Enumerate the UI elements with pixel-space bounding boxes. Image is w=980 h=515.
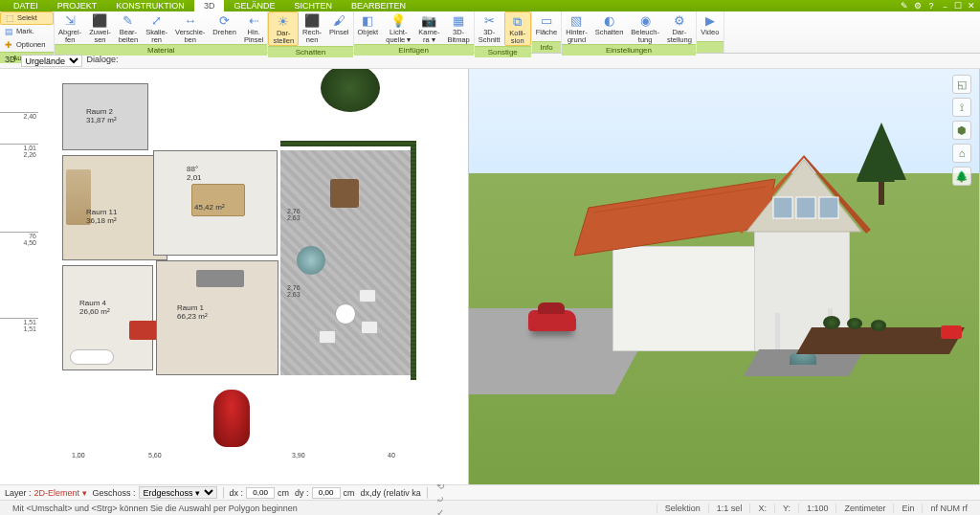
car-2d [213,390,250,447]
ribbon-group-7: ▶Video [697,11,724,53]
ribbon-btn-0-2[interactable]: ✚Optionen [0,38,54,52]
ribbon-btn-1-0[interactable]: ⇲Abgrei- fen [55,11,85,44]
geschoss-select[interactable]: Erdgeschoss ▾ [139,486,217,499]
close-icon[interactable]: ✕ [967,1,976,11]
ribbon-btn-3-0[interactable]: ◧Objekt [354,11,383,44]
svg-rect-5 [773,197,792,218]
ribbon-btn-6-3[interactable]: ⚙Dar- stellung [663,11,696,44]
ribbon-btn-1-5[interactable]: ⟳Drehen [209,11,240,44]
bush-2d [321,69,380,112]
layer-label: Layer : [5,488,32,498]
svg-marker-2 [746,160,861,232]
ribbon-icon: ↔ [183,13,198,29]
ribbon-btn-label: Hin. Pinsel [244,29,263,44]
svg-rect-6 [796,197,815,218]
view-2d[interactable]: 2,40 1,01 2,26 76 4,50 1,51 1,51 Raum 23… [0,69,469,484]
ribbon-btn-1-6[interactable]: ⇠Hin. Pinsel [240,11,267,44]
tab-projekt[interactable]: PROJEKT [48,0,107,11]
ribbon-btn-3-2[interactable]: 📷Kame- ra ▾ [414,11,443,44]
ruler-left: 2,40 1,01 2,26 76 4,50 1,51 1,51 [0,69,40,484]
ribbon-btn-label: Fläche [536,29,558,36]
dx-label: dx : [230,488,244,498]
dx-input[interactable] [246,487,275,499]
view-tool-1[interactable]: ⟟ [952,98,971,117]
ribbon-btn-1-2[interactable]: ✎Bear- beiten [115,11,142,44]
status-bar: Mit <Umschalt> und <Strg> können Sie die… [0,500,980,515]
ribbon-btn-label: Kolli- sion [509,30,525,45]
minimize-icon[interactable]: － [940,1,949,11]
ribbon-btn-label: Licht- quelle ▾ [386,29,411,44]
ribbon-btn-2-2[interactable]: 🖌Pinsel [325,11,352,46]
view-tool-3[interactable]: ⌂ [952,144,971,163]
window-controls: ✎ ⚙ ? － ☐ ✕ [900,1,976,11]
mode-select[interactable]: Urgelände [21,55,82,67]
ribbon-group-5: ▭FlächeInfo [532,11,563,53]
ribbon-btn-label: Hinter- grund [566,29,588,44]
ribbon-btn-2-1[interactable]: ⬛Rech- nen [299,11,325,46]
ribbon-icon: ⬛ [304,13,320,29]
ribbon-btn-label: Dar- stellung [667,29,692,44]
settings-icon[interactable]: ⚙ [913,1,923,11]
ribbon-btn-0-1[interactable]: ▤Mark. [0,25,54,38]
help-icon[interactable]: ✎ [900,1,909,11]
ribbon-btn-label: 3D- Bitmap [447,29,469,44]
tab-datei[interactable]: DATEI [4,0,48,11]
ribbon-icon: ◐ [602,13,617,29]
ribbon-icon: ✂ [481,13,497,29]
ribbon-btn-3-3[interactable]: ▦3D- Bitmap [443,11,473,44]
ribbon-btn-label: Mark. [16,28,34,35]
ribbon-btn-label: 3D- Schnitt [479,29,501,44]
ribbon-btn-1-4[interactable]: ↔Verschie- ben [171,11,209,44]
view-tools: ◱⟟⬢⌂🌲 [952,75,973,186]
ribbon: ⬚Selekt▤Mark.✚OptionenAuswahl⇲Abgrei- fe… [0,11,980,54]
ribbon-btn-1-1[interactable]: ⬛Zuwei- sen [85,11,115,44]
ribbon-btn-2-0[interactable]: ☀Dar- stellen [268,11,299,46]
view-tool-4[interactable]: 🌲 [952,167,971,186]
view-tool-0[interactable]: ◱ [952,75,971,94]
bottom-toolbar: Layer : 2D-Element ▾ Geschoss : Erdgesch… [0,484,980,500]
ribbon-btn-6-1[interactable]: ◐Schatten [591,11,628,44]
tab-gelaende[interactable]: GELÄNDE [224,0,284,11]
ribbon-group-6: ▧Hinter- grund◐Schatten◉Beleuch- tung⚙Da… [562,11,697,53]
car-3d [528,310,576,331]
ribbon-btn-4-1[interactable]: ⧉Kolli- sion [504,11,531,46]
view-3d[interactable]: ◱⟟⬢⌂🌲 [469,69,980,484]
ribbon-btn-6-2[interactable]: ◉Beleuch- tung [627,11,663,44]
ribbon-btn-4-0[interactable]: ✂3D- Schnitt [475,11,504,46]
geschoss-label: Geschoss : [93,488,136,498]
info-icon[interactable]: ? [926,1,936,11]
ribbon-btn-7-0[interactable]: ▶Video [697,11,724,41]
ribbon-btn-1-3[interactable]: ⤢Skalie- ren [142,11,171,44]
ribbon-btn-label: Objekt [358,29,379,36]
ribbon-btn-5-0[interactable]: ▭Fläche [532,11,562,41]
ribbon-btn-label: Rech- nen [302,29,322,44]
ribbon-group-label: Info [532,41,562,53]
tab-3d[interactable]: 3D [194,0,225,11]
tab-bearbeiten[interactable]: BEARBEITEN [342,0,415,11]
ribbon-btn-label: Selekt [17,14,37,22]
layer-select[interactable]: 2D-Element ▾ [34,488,87,498]
ribbon-icon: 📷 [421,13,436,29]
ribbon-icon: 🖌 [331,13,346,29]
ribbon-icon: ⇠ [246,13,261,29]
coord-mode[interactable]: dx,dy (relativ ka [361,488,421,498]
status-num: nf NUM rf [922,504,975,513]
ribbon-btn-label: Optionen [16,41,45,49]
ribbon-group-0: ⬚Selekt▤Mark.✚OptionenAuswahl [0,11,55,53]
maximize-icon[interactable]: ☐ [953,1,963,11]
dy-input[interactable] [312,487,341,499]
tab-konstruktion[interactable]: KONSTRUKTION [106,0,194,11]
ribbon-icon: ▧ [568,13,584,29]
view-tool-2[interactable]: ⬢ [952,121,971,140]
ribbon-btn-0-0[interactable]: ⬚Selekt [0,11,54,25]
floor-plan: Raum 231,87 m² Raum 1136,18 m² 88° 2,01 … [43,74,426,457]
umbrella-2d [297,246,325,275]
ribbon-btn-label: Zuwei- sen [89,29,111,44]
status-selektion: Selektion [657,504,708,513]
ribbon-btn-3-1[interactable]: 💡Licht- quelle ▾ [382,11,414,44]
ribbon-icon: ⇲ [62,13,78,29]
ribbon-icon: ▶ [702,13,718,29]
ribbon-group-2: ☀Dar- stellen⬛Rech- nen🖌PinselSchatten [268,11,353,53]
tab-sichten[interactable]: SICHTEN [284,0,342,11]
ribbon-btn-6-0[interactable]: ▧Hinter- grund [562,11,591,44]
